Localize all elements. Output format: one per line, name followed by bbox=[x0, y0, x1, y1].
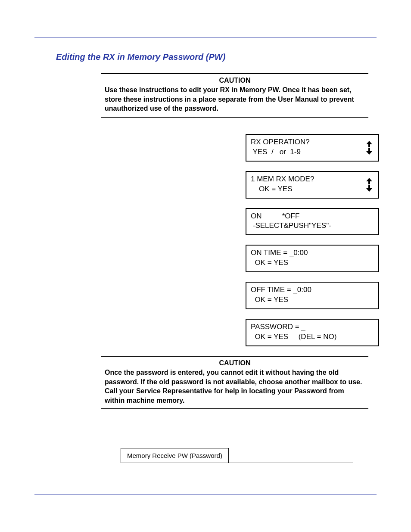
display-box-2: ON *OFF -SELECT&PUSH"YES"- bbox=[246, 208, 379, 236]
top-rule bbox=[34, 37, 377, 37]
display-line: ON *OFF bbox=[251, 212, 374, 221]
svg-marker-3 bbox=[366, 185, 372, 192]
display-line: 1 MEM RX MODE? bbox=[251, 174, 374, 184]
display-line: YES / or 1-9 bbox=[251, 147, 374, 157]
display-line: ON TIME = _0:00 bbox=[251, 248, 374, 258]
caution-block-2: CAUTION Once the password is entered, yo… bbox=[101, 356, 368, 409]
display-line: OK = YES bbox=[251, 184, 374, 194]
svg-marker-2 bbox=[366, 178, 372, 184]
display-line: OFF TIME = _0:00 bbox=[251, 285, 374, 295]
footer-table: Memory Receive PW (Password) bbox=[121, 448, 377, 463]
svg-marker-1 bbox=[366, 148, 372, 155]
display-line: PASSWORD = _ bbox=[251, 322, 374, 332]
up-down-arrow-icon bbox=[366, 178, 372, 192]
caution-heading-1: CAUTION bbox=[101, 77, 368, 84]
caution-text-2: Once the password is entered, you cannot… bbox=[101, 368, 368, 405]
display-box-1: 1 MEM RX MODE? OK = YES bbox=[246, 171, 379, 199]
display-box-3: ON TIME = _0:00 OK = YES bbox=[246, 245, 379, 272]
caution-heading-2: CAUTION bbox=[101, 359, 368, 367]
bottom-rule bbox=[34, 495, 377, 495]
section-title: Editing the RX in Memory Password (PW) bbox=[56, 52, 377, 62]
caution-text-1: Use these instructions to edit your RX i… bbox=[101, 85, 368, 113]
display-line: OK = YES bbox=[251, 258, 374, 268]
display-line: OK = YES (DEL = NO) bbox=[251, 332, 374, 342]
display-list: RX OPERATION? YES / or 1-9 1 MEM RX MODE… bbox=[246, 134, 379, 346]
display-box-0: RX OPERATION? YES / or 1-9 bbox=[246, 134, 379, 162]
svg-marker-0 bbox=[366, 141, 372, 147]
display-line: OK = YES bbox=[251, 295, 374, 305]
display-line: -SELECT&PUSH"YES"- bbox=[251, 221, 374, 231]
display-box-4: OFF TIME = _0:00 OK = YES bbox=[246, 282, 379, 309]
up-down-arrow-icon bbox=[366, 141, 372, 155]
display-box-5: PASSWORD = _ OK = YES (DEL = NO) bbox=[246, 319, 379, 346]
footer-cell: Memory Receive PW (Password) bbox=[121, 448, 229, 463]
caution-block-1: CAUTION Use these instructions to edit y… bbox=[101, 73, 368, 118]
display-line: RX OPERATION? bbox=[251, 137, 374, 147]
